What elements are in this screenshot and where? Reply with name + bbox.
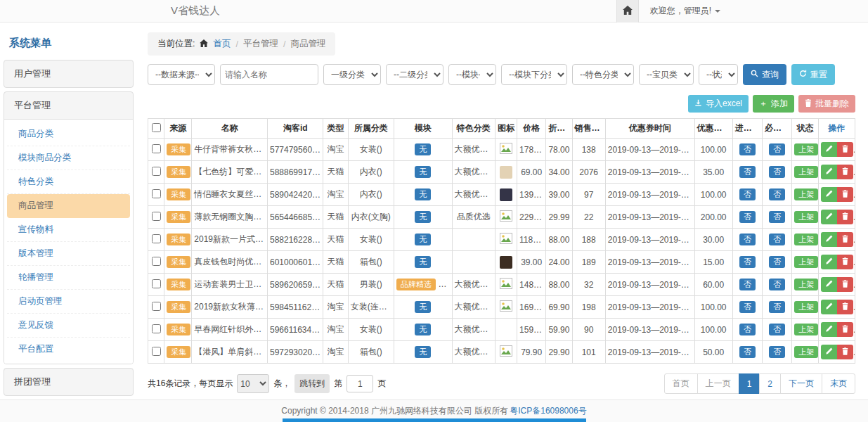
sidebar-item[interactable]: 模块商品分类 xyxy=(7,146,130,170)
filter-select[interactable]: --数据来源-- xyxy=(148,64,215,85)
jump-button[interactable]: 跳转到 xyxy=(294,374,330,393)
import-select-badge: 否 xyxy=(739,301,756,314)
column-header: 特色分类 xyxy=(452,119,495,139)
jump-prefix: 第 xyxy=(334,378,342,390)
sidebar-item[interactable]: 商品管理 xyxy=(7,194,130,218)
delete-button[interactable] xyxy=(837,345,853,359)
edit-button[interactable] xyxy=(821,255,837,269)
sidebar-item[interactable]: 轮播管理 xyxy=(7,266,130,290)
sidebar-item[interactable]: 商品分类 xyxy=(7,122,130,146)
row-checkbox[interactable] xyxy=(152,279,161,288)
per-page-select[interactable]: 10 xyxy=(237,374,269,393)
query-button[interactable]: 查询 xyxy=(743,64,786,85)
home-button[interactable] xyxy=(616,0,639,23)
row-checkbox[interactable] xyxy=(152,347,161,356)
row-checkbox[interactable] xyxy=(152,167,161,176)
row-checkbox[interactable] xyxy=(152,144,161,153)
import-select-badge: 否 xyxy=(739,324,756,336)
delete-button[interactable] xyxy=(837,142,853,157)
filter-name-input[interactable] xyxy=(220,64,318,85)
sidebar-group[interactable]: 用户管理 xyxy=(4,60,133,87)
product-type: 淘宝 xyxy=(323,184,348,206)
table-row: 采集 情侣睡衣女夏丝绸男士... 589042420344 淘宝 内衣() 无 … xyxy=(148,184,855,206)
edit-button[interactable] xyxy=(821,300,837,314)
filter-select[interactable]: --特色分类-- xyxy=(572,64,634,85)
filter-select[interactable]: --宝贝类型-- xyxy=(639,64,694,85)
sidebar-item[interactable]: 意见反馈 xyxy=(7,314,130,338)
filter-select[interactable]: 一级分类 xyxy=(323,64,381,85)
refresh-icon xyxy=(799,70,807,79)
status-badge: 上架 xyxy=(794,143,818,156)
row-checkbox[interactable] xyxy=(152,302,161,311)
coupon-time: 2019-09-13—2019-09-20 xyxy=(605,184,694,206)
delete-button[interactable] xyxy=(837,277,853,292)
sidebar-group[interactable]: 平台管理 xyxy=(4,92,133,119)
icp-link[interactable]: 粤ICP备16098006号 xyxy=(510,405,586,417)
page-button[interactable]: 首页 xyxy=(664,373,698,394)
coupon-amount: 50.00 xyxy=(694,341,732,364)
edit-button[interactable] xyxy=(821,165,837,179)
edit-button[interactable] xyxy=(821,142,837,157)
jump-suffix: 页 xyxy=(377,378,386,390)
sidebar-item[interactable]: 启动页管理 xyxy=(7,290,130,314)
edit-icon xyxy=(825,144,833,155)
filter-select[interactable]: --二级分类-- xyxy=(386,64,443,85)
sales-count: 90 xyxy=(572,319,605,341)
module-badge: 无 xyxy=(415,166,431,179)
filter-select[interactable]: --模块-- xyxy=(448,64,496,85)
sidebar-item[interactable]: 版本管理 xyxy=(7,242,130,266)
add-button[interactable]: ＋ 添加 xyxy=(753,95,794,113)
column-header: 来源 xyxy=(164,119,192,139)
edit-button[interactable] xyxy=(821,322,837,337)
price: 148.00 xyxy=(517,274,546,296)
jump-page-input[interactable] xyxy=(346,375,373,392)
edit-button[interactable] xyxy=(821,345,837,359)
user-menu[interactable]: 欢迎您，管理员! xyxy=(650,5,720,17)
reset-button[interactable]: 重置 xyxy=(791,64,835,85)
delete-button[interactable] xyxy=(837,165,853,179)
sidebar-item[interactable]: 平台配置 xyxy=(7,338,130,361)
sidebar-item[interactable]: 特色分类 xyxy=(7,170,130,194)
row-checkbox[interactable] xyxy=(152,257,161,266)
sidebar-item[interactable]: 宣传物料 xyxy=(7,218,130,242)
filter-select[interactable]: --模块下分类-- xyxy=(501,64,567,85)
page-button[interactable]: 1 xyxy=(739,373,760,394)
page-button[interactable]: 2 xyxy=(759,373,781,394)
product-type: 天猫 xyxy=(323,161,348,184)
product-name: 情侣睡衣女夏丝绸男士... xyxy=(192,184,268,206)
product-type: 天猫 xyxy=(323,274,348,296)
row-checkbox[interactable] xyxy=(152,212,161,221)
product-category: 内衣(文胸) xyxy=(348,206,394,229)
delete-button[interactable] xyxy=(837,322,853,337)
page-button[interactable]: 下一页 xyxy=(780,373,822,394)
edit-button[interactable] xyxy=(821,232,837,247)
source-badge: 采集 xyxy=(167,279,190,291)
edit-button[interactable] xyxy=(821,277,837,292)
edit-button[interactable] xyxy=(821,210,837,224)
sidebar-group[interactable]: 拼团管理 xyxy=(4,369,133,395)
coupon-time: 2019-09-13—2019-09-17 xyxy=(605,206,694,229)
filter-select[interactable]: --状态-- xyxy=(699,64,738,85)
import-excel-button[interactable]: 导入excel xyxy=(688,95,749,113)
coupon-amount: 60.00 xyxy=(694,274,732,296)
coupon-time: 2019-09-13—2019-09-17 xyxy=(605,296,694,319)
delete-button[interactable] xyxy=(837,210,853,224)
import-select-badge: 否 xyxy=(739,234,756,246)
row-checkbox[interactable] xyxy=(152,324,161,333)
product-thumbnail xyxy=(500,188,512,201)
coupon-amount: 100.00 xyxy=(694,319,732,341)
delete-button[interactable] xyxy=(837,255,853,269)
trash-icon xyxy=(842,257,848,267)
select-all-checkbox[interactable] xyxy=(152,123,161,132)
breadcrumb-home-link[interactable]: 首页 xyxy=(213,38,231,50)
page-button[interactable]: 上一页 xyxy=(697,373,739,394)
page-button[interactable]: 末页 xyxy=(822,373,855,394)
batch-delete-button[interactable]: 批量删除 xyxy=(798,95,855,113)
edit-button[interactable] xyxy=(821,187,837,202)
delete-button[interactable] xyxy=(837,232,853,247)
delete-button[interactable] xyxy=(837,187,853,202)
delete-button[interactable] xyxy=(837,300,853,314)
source-badge: 采集 xyxy=(167,234,190,246)
row-checkbox[interactable] xyxy=(152,234,161,243)
row-checkbox[interactable] xyxy=(152,189,161,198)
